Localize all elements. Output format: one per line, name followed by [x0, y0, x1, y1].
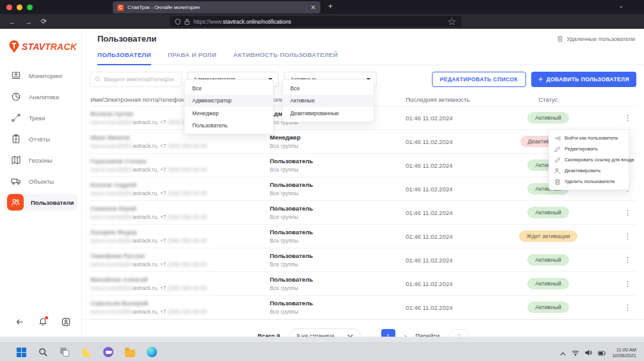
sidebar-footer — [0, 317, 82, 329]
dropdown-option[interactable]: Администратор — [185, 95, 273, 108]
user-role: Пользователь — [270, 157, 406, 164]
dropdown-option[interactable]: Все — [185, 82, 273, 95]
last-activity: 01:46 11.02.2024 — [406, 304, 508, 311]
task-view-icon[interactable] — [59, 346, 70, 358]
context-menu-item[interactable]: Деактивировать — [549, 165, 629, 176]
sidebar-item-label: Пользователи — [31, 199, 74, 206]
row-kebab-menu-icon[interactable]: ⋮ — [624, 209, 631, 216]
dropdown-option[interactable]: Пользователь — [185, 120, 273, 132]
user-email-phone: ivanov.ivan26@stavtrack.ru, +7 (999) 999… — [90, 214, 270, 220]
minimize-window-button[interactable] — [17, 4, 22, 10]
deactivate-icon — [554, 168, 561, 174]
wifi-icon[interactable] — [572, 347, 579, 358]
tracks-icon — [10, 112, 22, 124]
zoom-window-button[interactable] — [27, 4, 33, 10]
row-kebab-menu-icon[interactable]: ⋮ — [624, 257, 631, 263]
users-icon — [7, 194, 24, 211]
sidebar-item-аналитика[interactable]: Аналитика — [4, 88, 78, 105]
sidebar-item-мониторинг[interactable]: Мониторинг — [4, 67, 78, 84]
deleted-users-link[interactable]: Удаленные пользователи — [557, 35, 635, 42]
trash-icon — [557, 35, 563, 42]
last-activity: 01:46 11.02.2024 — [406, 138, 508, 145]
user-email-phone: ivanov.ivan26@stavtrack.ru, +7 (999) 999… — [90, 285, 270, 291]
user-role: Пользователь — [270, 229, 406, 236]
last-activity: 01:46 11.02.2024 — [406, 280, 508, 287]
row-kebab-menu-icon[interactable]: ⋮ — [624, 115, 631, 121]
row-kebab-menu-icon[interactable]: ⋮ — [624, 304, 631, 310]
back-icon[interactable]: ← — [9, 18, 16, 26]
context-menu-label: Войти как пользователь — [565, 135, 618, 141]
shield-icon[interactable] — [175, 19, 181, 25]
logo-pin-icon — [8, 39, 21, 54]
search-input[interactable] — [104, 76, 177, 83]
user-email-phone: ivanov.ivan26@stavtrack.ru, +7 (999) 999… — [90, 143, 270, 149]
dropdown-option[interactable]: Менеджер — [185, 107, 273, 120]
close-window-button[interactable] — [6, 4, 12, 10]
bell-icon[interactable] — [38, 317, 47, 329]
dropdown-option[interactable]: Все — [283, 82, 374, 95]
dropdown-option[interactable]: Деактивированные — [283, 107, 374, 120]
sidebar-item-геозоны[interactable]: Геозоны — [4, 152, 78, 168]
context-menu-item[interactable]: Редактировать — [549, 143, 629, 154]
last-activity: 01:46 11.02.2024 — [406, 115, 508, 122]
tab-активность-пользователей[interactable]: АКТИВНОСТЬ ПОЛЬЗОВАТЕЛЕЙ — [233, 51, 338, 65]
section-tabs: ПОЛЬЗОВАТЕЛИПРАВА И РОЛИАКТИВНОСТЬ ПОЛЬЗ… — [97, 51, 644, 65]
reports-icon — [10, 133, 22, 145]
user-search-box[interactable] — [90, 72, 182, 87]
reload-icon[interactable]: ⟳ — [41, 17, 47, 26]
status-badge: Ждет активации — [519, 230, 578, 242]
edge-browser-icon[interactable] — [146, 346, 158, 358]
table-row: Семенов Юрийivanov.ivan26@stavtrack.ru, … — [90, 201, 636, 225]
user-email-phone: ivanov.ivan26@stavtrack.ru, +7 (999) 999… — [90, 190, 270, 197]
row-kebab-menu-icon[interactable]: ⋮ — [624, 233, 631, 239]
forward-icon[interactable]: → — [25, 18, 32, 26]
tray-chevron-up-icon[interactable] — [560, 347, 566, 358]
taskbar-clock[interactable]: 11:00 AM 10/05/2021 — [612, 347, 636, 358]
context-menu-label: Удалить пользователя — [565, 179, 615, 184]
url-bar[interactable]: https://www.stavtrack.online/notificatio… — [170, 16, 461, 27]
add-user-button[interactable]: +ДОБАВИТЬ ПОЛЬЗОВАТЕЛЯ — [531, 72, 636, 87]
dropdown-option[interactable]: Активные — [283, 95, 374, 108]
last-activity: 01:46 11.02.2024 — [406, 233, 508, 240]
lock-icon[interactable] — [185, 19, 190, 25]
profile-icon[interactable] — [62, 317, 70, 329]
collapse-back-icon[interactable] — [15, 317, 24, 329]
user-role: Пользователь — [270, 205, 406, 212]
context-menu-label: Редактировать — [565, 146, 598, 152]
edit-list-button[interactable]: РЕДАКТИРОВАТЬ СПИСОК — [432, 72, 527, 87]
taskbar-search-icon[interactable] — [37, 346, 49, 358]
clock-date: 10/05/2021 — [612, 353, 636, 358]
user-email-phone: ivanov.ivan26@stavtrack.ru, +7 (999) 999… — [90, 166, 270, 173]
user-group: Все группы — [270, 261, 406, 268]
context-menu-item[interactable]: Удалить пользователя — [549, 176, 629, 187]
moon-app-icon[interactable] — [81, 346, 92, 358]
new-tab-button[interactable]: + — [328, 2, 333, 11]
sidebar-item-объекты[interactable]: Объекты — [4, 173, 78, 189]
windows-start-icon[interactable] — [15, 346, 27, 358]
clock-time: 11:00 AM — [612, 347, 636, 353]
status-badge: Активный — [527, 112, 568, 124]
volume-icon[interactable] — [585, 347, 592, 358]
tab-list-chevron-icon[interactable]: ⌄ — [618, 3, 623, 9]
site-favicon-icon: C — [117, 4, 124, 11]
close-tab-icon[interactable]: ✕ — [311, 4, 316, 11]
sidebar-item-пользователи[interactable]: Пользователи — [4, 194, 78, 211]
row-kebab-menu-icon[interactable]: ⋮ — [624, 280, 631, 287]
context-menu-item[interactable]: Скопировать ссылку для входа — [549, 154, 629, 165]
chat-app-icon[interactable] — [103, 346, 114, 358]
browser-tab[interactable]: C СтавТрэк - Онлайн мониторин ✕ — [113, 1, 320, 13]
user-role: Менеджер — [270, 134, 406, 141]
user-group: Все группы — [270, 285, 406, 291]
tab-права-и-роли[interactable]: ПРАВА И РОЛИ — [168, 51, 217, 65]
user-name: Тимофеев Руслан — [90, 252, 270, 259]
sidebar-item-label: Объекты — [29, 178, 54, 185]
user-email-phone: ivanov.ivan26@stavtrack.ru, +7 (999) 999… — [90, 261, 270, 268]
status-badge: Активный — [527, 301, 568, 313]
context-menu-item[interactable]: Войти как пользователь — [549, 132, 629, 143]
sidebar-item-треки[interactable]: Треки — [4, 109, 78, 126]
tab-пользователи[interactable]: ПОЛЬЗОВАТЕЛИ — [97, 51, 151, 65]
file-explorer-icon[interactable] — [124, 346, 136, 358]
sidebar-item-отчёты[interactable]: Отчёты — [4, 131, 78, 147]
battery-icon[interactable] — [598, 347, 606, 358]
bookmark-star-icon[interactable]: ☆ — [447, 15, 456, 28]
